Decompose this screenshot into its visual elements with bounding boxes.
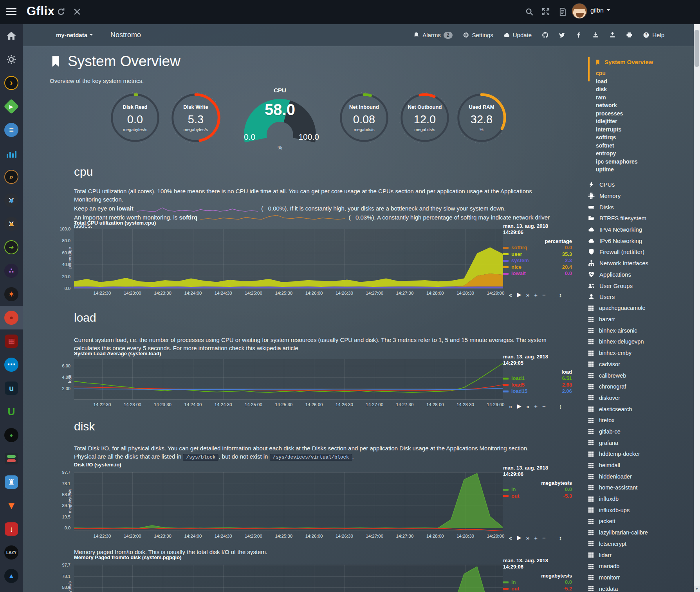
chart-plot-area[interactable] — [74, 229, 503, 288]
scrollbar-down-arrow[interactable]: ▼ — [694, 586, 700, 592]
menu-app-calibreweb[interactable]: calibreweb — [588, 370, 694, 381]
legend-row-load15[interactable]: load152.06 — [503, 388, 572, 395]
zoom-in-button[interactable]: + — [534, 403, 538, 410]
menu-item-idlejitter[interactable]: idlejitter — [596, 117, 694, 126]
zoom-out-button[interactable]: − — [542, 534, 546, 541]
search-icon[interactable] — [525, 7, 534, 16]
menu-app-binhex-delugevpn[interactable]: binhex-delugevpn — [588, 336, 694, 347]
menu-app-monitorr[interactable]: monitorr — [588, 572, 694, 583]
resize-handle[interactable]: ↕ — [559, 403, 562, 410]
menu-item-ram[interactable]: ram — [596, 94, 694, 102]
menu-app-netdata[interactable]: netdata — [588, 583, 694, 592]
menu-item-network[interactable]: network — [596, 101, 694, 110]
chart-load[interactable]: System Load Average (system.load)load6.0… — [43, 351, 572, 413]
menu-app-gitlab-ce[interactable]: gitlab-ce — [588, 426, 694, 437]
sidebar-app-heimdall-like-app[interactable]: ♜ — [0, 470, 23, 494]
menu-app-influxdb[interactable]: influxdb — [588, 493, 694, 505]
zoom-in-button[interactable]: + — [534, 292, 538, 298]
sidebar-app-settings[interactable] — [0, 48, 23, 71]
sidebar-app-jdownloader[interactable]: ↓ — [0, 517, 23, 541]
legend-row-in[interactable]: in0.0 — [503, 486, 572, 493]
legend-row-load5[interactable]: load52.68 — [503, 382, 572, 389]
menu-app-chronograf[interactable]: chronograf — [588, 381, 694, 392]
server-dropdown[interactable]: my-netdata — [56, 32, 93, 38]
sidebar-app-library-app[interactable]: ≡ — [0, 118, 23, 142]
sidebar-app-sabnzbd[interactable]: sab — [0, 588, 23, 592]
gauge-net-outbound[interactable]: Net Outbound 12.0 megabits/s — [398, 91, 451, 150]
close-icon[interactable] — [73, 7, 81, 16]
sidebar-app-jackett[interactable]: ⌕ — [0, 165, 23, 189]
menu-app-hddtemp-docker[interactable]: hddtemp-docker — [588, 448, 694, 460]
menu-app-home-assistant[interactable]: home-assistant — [588, 482, 694, 493]
chart-pgpgio[interactable]: Memory Paged from/to disk (system.pgpgio… — [43, 554, 572, 592]
legend-row-softirq[interactable]: softirq0.0 — [503, 245, 572, 251]
sidebar-app-home[interactable] — [0, 24, 23, 48]
menu-section-user-groups[interactable]: User Groups — [588, 280, 694, 292]
chart-cpu[interactable]: Total CPU utilization (system.cpu)percen… — [43, 220, 572, 303]
menu-app-elasticsearch[interactable]: elasticsearch — [588, 403, 694, 415]
legend-row-load1[interactable]: load16.51 — [503, 375, 572, 382]
menu-item-processes[interactable]: processes — [596, 110, 694, 118]
menu-item-softirqs[interactable]: softirqs — [596, 133, 694, 142]
sidebar-app-red-shield-app[interactable]: ● — [0, 306, 23, 329]
user-menu[interactable]: gilbn — [590, 7, 610, 14]
sidebar-app-x-orange-app[interactable]: ✕ — [0, 212, 23, 236]
menu-app-mariadb[interactable]: mariadb — [588, 561, 694, 572]
menu-section-applications[interactable]: Applications — [588, 269, 694, 280]
sidebar-app-nzbget[interactable]: ➔ — [0, 236, 23, 259]
menu-item-disk[interactable]: disk — [596, 85, 694, 94]
menu-system-overview[interactable]: System Overview — [595, 59, 694, 65]
chart-plot-area[interactable] — [74, 472, 503, 531]
menu-section-firewall-netfilter-[interactable]: Firewall (netfilter) — [588, 247, 694, 258]
menu-section-users[interactable]: Users — [588, 291, 694, 302]
gauge-cpu[interactable]: CPU 58.0 0.0 100.0 % — [240, 87, 320, 153]
menu-app-apacheguacamole[interactable]: apacheguacamole — [588, 302, 694, 314]
menu-section-ipv6-networking[interactable]: IPv6 Networking — [588, 235, 694, 247]
menu-section-memory[interactable]: Memory — [588, 190, 694, 202]
menu-app-lidarr[interactable]: lidarr — [588, 549, 694, 561]
sidebar-app-graylog-like-app[interactable]: ▲ — [0, 564, 23, 588]
menu-section-disks[interactable]: Disks — [588, 202, 694, 213]
zoom-in-button[interactable]: + — [534, 534, 538, 541]
navbar-down-button[interactable] — [592, 32, 599, 38]
gauge-net-inbound[interactable]: Net Inbound 0.08 megabits/s — [337, 91, 391, 150]
menu-item-ipc-semaphores[interactable]: ipc semaphores — [596, 158, 694, 166]
menu-app-bazarr[interactable]: bazarr — [588, 314, 694, 325]
menu-app-lazylibrarian-calibre[interactable]: lazylibrarian-calibre — [588, 527, 694, 538]
navbar-facebook-button[interactable] — [576, 32, 582, 38]
menu-app-diskover[interactable]: diskover — [588, 392, 694, 404]
legend-row-system[interactable]: system2.3 — [503, 257, 572, 264]
navbar-help-button[interactable]: Help — [643, 32, 664, 38]
menu-app-grafana[interactable]: grafana — [588, 437, 694, 448]
legend-row-in[interactable]: in0.0 — [503, 579, 572, 586]
menu-app-binhex-emby[interactable]: binhex-emby — [588, 347, 694, 359]
menu-app-influxdb-ups[interactable]: influxdb-ups — [588, 504, 694, 516]
pan-forward-button[interactable]: » — [526, 534, 529, 541]
pan-back-button[interactable]: « — [509, 292, 512, 298]
legend-row-out[interactable]: out-5.2 — [503, 586, 572, 592]
menu-item-cpu[interactable]: cpu — [596, 69, 694, 77]
sidebar-app-airsonic[interactable] — [0, 142, 23, 165]
sidebar-app-lazylibrarian[interactable]: LAZY — [0, 541, 23, 564]
sidebar-app-unraid-like-app[interactable]: u — [0, 376, 23, 400]
navbar-twitter-button[interactable] — [559, 32, 565, 38]
menu-item-uptime[interactable]: uptime — [596, 166, 694, 174]
sidebar-app-plex-like-app[interactable]: › — [0, 71, 23, 95]
sidebar-app-red-cubes-app[interactable]: ▦ — [0, 329, 23, 353]
refresh-icon[interactable] — [57, 7, 65, 16]
menu-item-entropy[interactable]: entropy — [596, 149, 694, 158]
pan-back-button[interactable]: « — [509, 534, 512, 541]
zoom-out-button[interactable]: − — [542, 292, 546, 298]
legend-row-nice[interactable]: nice20.4 — [503, 264, 572, 271]
legend-row-iowait[interactable]: iowait0.0 — [503, 270, 572, 277]
menu-app-heimdall[interactable]: heimdall — [588, 460, 694, 471]
navbar-settings-button[interactable]: Settings — [463, 32, 493, 38]
gauge-used-ram[interactable]: Used RAM 32.8 % — [455, 91, 508, 150]
menu-app-letsencrypt[interactable]: letsencrypt — [588, 538, 694, 550]
gauge-disk-write[interactable]: Disk Write 5.3 megabytes/s — [169, 91, 222, 150]
menu-item-interrupts[interactable]: interrupts — [596, 126, 694, 134]
sidebar-app-status-pills-app[interactable] — [0, 447, 23, 470]
resize-handle[interactable]: ↕ — [559, 292, 562, 298]
legend-row-user[interactable]: user35.3 — [503, 251, 572, 258]
sidebar-app-turtle-app[interactable]: ● — [0, 423, 23, 447]
